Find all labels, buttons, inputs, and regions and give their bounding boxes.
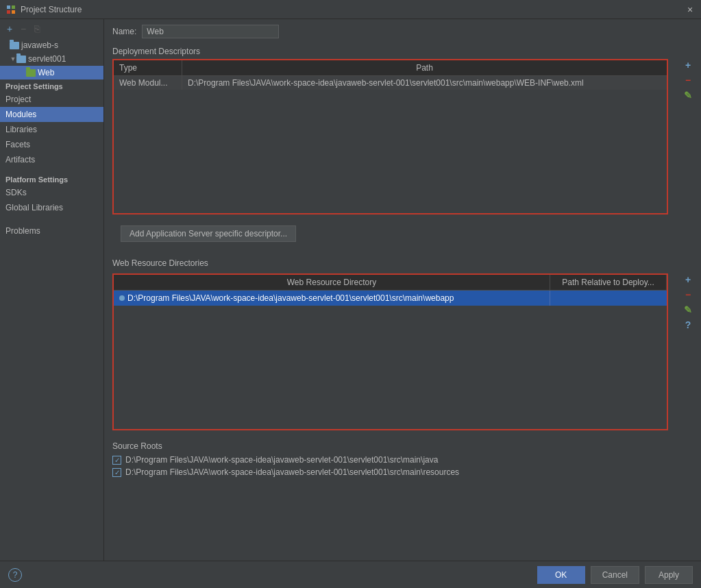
wrd-cell-indicator bbox=[119, 295, 125, 301]
tree-expand-arrow: ▼ bbox=[10, 56, 16, 62]
dd-col-type: Type bbox=[114, 60, 182, 75]
cancel-button[interactable]: Cancel bbox=[591, 566, 639, 584]
svg-rect-1 bbox=[12, 5, 15, 9]
tree-item-web[interactable]: Web bbox=[0, 66, 103, 79]
dd-add-button[interactable]: + bbox=[682, 59, 694, 71]
sidebar-item-artifacts[interactable]: Artifacts bbox=[0, 152, 103, 167]
svg-rect-0 bbox=[7, 5, 10, 9]
web-resource-directories-title: Web Resource Directories bbox=[104, 256, 701, 271]
sidebar-item-label: Project bbox=[5, 95, 31, 104]
folder-icon bbox=[10, 42, 19, 49]
ok-button[interactable]: OK bbox=[537, 566, 585, 584]
tree-item-javaweb[interactable]: javaweb-s bbox=[0, 38, 103, 52]
sidebar-item-modules[interactable]: Modules bbox=[0, 107, 103, 122]
content-area: Name: Deployment Descriptors Type Path bbox=[104, 19, 701, 561]
svg-rect-2 bbox=[7, 10, 10, 14]
tree-item-servlet001[interactable]: ▼ servlet001 bbox=[0, 52, 103, 66]
wrd-cell-directory: D:\Program Files\JAVA\work-space-idea\ja… bbox=[114, 291, 550, 306]
close-button[interactable]: × bbox=[685, 4, 696, 15]
sidebar-item-label: Global Libraries bbox=[5, 203, 63, 212]
add-module-button[interactable]: + bbox=[4, 23, 15, 34]
sidebar-item-label: Artifacts bbox=[5, 155, 35, 164]
sidebar-scroll: Project Settings Project Modules Librari… bbox=[0, 79, 103, 561]
wrd-col-path-relative: Path Relative to Deploy... bbox=[550, 275, 667, 290]
sidebar-item-project[interactable]: Project bbox=[0, 92, 103, 107]
web-resource-directories-table: Web Resource Directory Path Relative to … bbox=[112, 273, 668, 430]
wrd-cell-relative bbox=[550, 291, 667, 306]
svg-rect-3 bbox=[12, 10, 15, 14]
scrollable-content: Deployment Descriptors Type Path Web Mod… bbox=[104, 44, 701, 561]
name-input[interactable] bbox=[142, 25, 279, 38]
sidebar-item-label: SDKs bbox=[5, 188, 27, 197]
add-app-server-button[interactable]: Add Application Server specific descript… bbox=[121, 225, 296, 242]
wrd-table-row[interactable]: D:\Program Files\JAVA\work-space-idea\ja… bbox=[114, 291, 667, 306]
sidebar-item-libraries[interactable]: Libraries bbox=[0, 122, 103, 137]
folder-icon bbox=[16, 56, 26, 63]
project-settings-header: Project Settings bbox=[0, 79, 103, 92]
source-root-row-0[interactable]: D:\Program Files\JAVA\work-space-idea\ja… bbox=[112, 454, 693, 466]
source-roots-container: Source Roots D:\Program Files\JAVA\work-… bbox=[112, 436, 693, 478]
dd-table-header: Type Path bbox=[114, 60, 667, 76]
bottom-bar: ? OK Cancel Apply bbox=[0, 561, 701, 588]
dd-cell-path: D:\Program Files\JAVA\work-space-idea\ja… bbox=[182, 76, 667, 90]
source-root-checkbox-1[interactable] bbox=[112, 468, 121, 477]
sidebar-item-label: Libraries bbox=[5, 125, 37, 134]
wrd-edit-button[interactable]: ✎ bbox=[682, 304, 694, 316]
tree-arrow bbox=[3, 42, 10, 49]
wrd-col-directory: Web Resource Directory bbox=[114, 275, 550, 290]
tree-arrow-placeholder bbox=[19, 69, 26, 76]
sidebar-item-label: Facets bbox=[5, 140, 30, 149]
dd-cell-type: Web Modul... bbox=[114, 76, 182, 90]
window-title: Project Structure bbox=[21, 5, 685, 14]
platform-settings-section: Platform Settings SDKs Global Libraries bbox=[0, 173, 103, 215]
source-root-row-1[interactable]: D:\Program Files\JAVA\work-space-idea\ja… bbox=[112, 466, 693, 478]
wrd-remove-button[interactable]: − bbox=[682, 289, 694, 301]
sidebar: + − ⎘ javaweb-s ▼ servlet001 Web bbox=[0, 19, 104, 561]
tree-item-label: javaweb-s bbox=[21, 40, 58, 50]
title-bar: Project Structure × bbox=[0, 0, 701, 19]
problems-section: Problems bbox=[0, 223, 103, 238]
sidebar-item-problems[interactable]: Problems bbox=[0, 223, 103, 238]
sidebar-item-facets[interactable]: Facets bbox=[0, 137, 103, 152]
wrd-add-button[interactable]: + bbox=[682, 273, 694, 286]
deployment-descriptors-table: Type Path Web Modul... D:\Program Files\… bbox=[112, 59, 668, 215]
source-root-checkbox-0[interactable] bbox=[112, 456, 121, 465]
help-button[interactable]: ? bbox=[8, 568, 22, 582]
apply-button[interactable]: Apply bbox=[645, 566, 693, 584]
platform-settings-header: Platform Settings bbox=[0, 173, 103, 185]
dd-col-path: Path bbox=[182, 60, 667, 75]
module-tree: javaweb-s ▼ servlet001 Web bbox=[0, 38, 103, 79]
sidebar-item-sdks[interactable]: SDKs bbox=[0, 185, 103, 200]
sidebar-item-global-libraries[interactable]: Global Libraries bbox=[0, 200, 103, 215]
bottom-bar-left: ? bbox=[8, 568, 22, 582]
deployment-descriptors-title: Deployment Descriptors bbox=[104, 44, 701, 59]
tree-item-label: servlet001 bbox=[28, 54, 66, 64]
dd-table-row[interactable]: Web Modul... D:\Program Files\JAVA\work-… bbox=[114, 76, 667, 90]
dd-edit-button[interactable]: ✎ bbox=[682, 89, 694, 101]
source-roots-title: Source Roots bbox=[112, 436, 693, 454]
dd-remove-button[interactable]: − bbox=[682, 74, 694, 86]
source-root-path-1: D:\Program Files\JAVA\work-space-idea\ja… bbox=[125, 467, 459, 477]
wrd-help-button[interactable]: ? bbox=[682, 319, 694, 331]
sidebar-item-label: Modules bbox=[5, 110, 36, 119]
main-layout: + − ⎘ javaweb-s ▼ servlet001 Web bbox=[0, 19, 701, 561]
app-icon bbox=[5, 4, 16, 15]
name-label: Name: bbox=[112, 27, 136, 36]
copy-module-button[interactable]: ⎘ bbox=[32, 23, 42, 34]
tree-item-label: Web bbox=[38, 68, 54, 77]
sidebar-toolbar: + − ⎘ bbox=[0, 19, 103, 38]
wrd-table-header: Web Resource Directory Path Relative to … bbox=[114, 275, 667, 291]
source-root-path-0: D:\Program Files\JAVA\work-space-idea\ja… bbox=[125, 455, 438, 465]
sidebar-item-label: Problems bbox=[5, 226, 40, 236]
name-row: Name: bbox=[104, 19, 701, 44]
web-folder-icon bbox=[26, 69, 36, 77]
bottom-bar-right: OK Cancel Apply bbox=[537, 566, 693, 584]
remove-module-button[interactable]: − bbox=[18, 23, 29, 34]
